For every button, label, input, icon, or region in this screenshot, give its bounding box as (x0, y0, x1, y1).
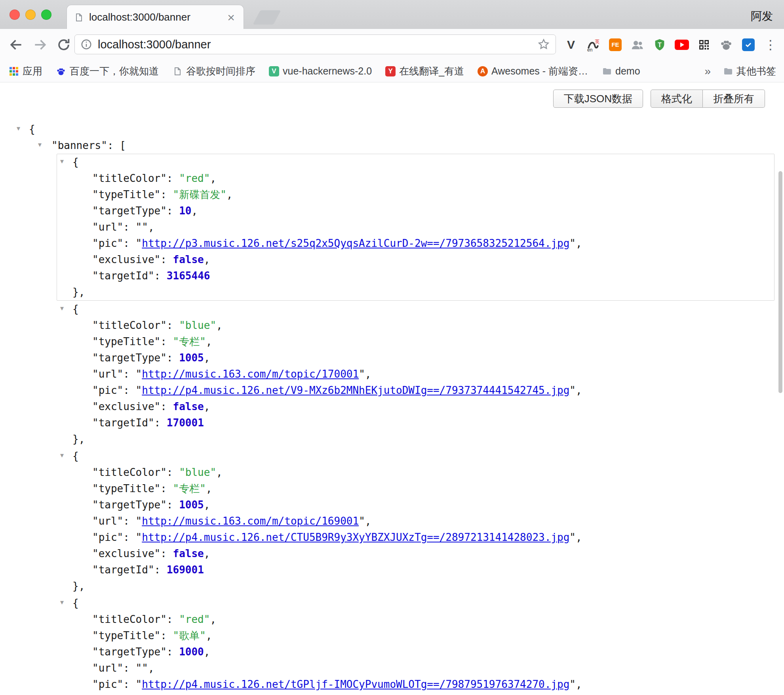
fehelper-extension-icon[interactable]: FE (608, 38, 622, 52)
json-line: ▼{ (0, 121, 784, 137)
qr-code-extension-icon[interactable] (697, 38, 711, 52)
bookmark-apps[interactable]: 应用 (9, 65, 42, 78)
json-line: "targetId": 170001 (57, 415, 774, 431)
collapse-toggle-icon[interactable]: ▼ (60, 305, 64, 311)
minimize-window-button[interactable] (25, 10, 36, 20)
back-icon[interactable] (9, 37, 24, 52)
collapse-toggle-icon[interactable]: ▼ (17, 126, 20, 132)
extensions-row: V 英en FE T ⋮ (564, 29, 778, 60)
json-line: "typeTitle": "新碟首发", (57, 187, 774, 203)
awesomes-icon: A (478, 66, 488, 76)
json-line: "exclusive": false, (57, 399, 774, 415)
json-line: ▼{ (57, 595, 774, 611)
url-path: :3000/banner (143, 38, 211, 51)
bookmarks-right-cluster: » 其他书签 (704, 65, 776, 78)
json-line: "targetType": 1005, (57, 350, 774, 366)
json-link[interactable]: http://p4.music.126.net/tGPljf-IMOCyPvum… (142, 678, 569, 690)
youdao-icon: Y (385, 66, 396, 76)
json-line: }, (57, 431, 774, 447)
json-line: "targetType": 1000, (57, 644, 774, 660)
json-line: "pic": "http://p4.music.126.net/CTU5B9R9… (57, 529, 774, 546)
json-line: ▼{ (57, 448, 774, 464)
page-content: 下载JSON数据 格式化 折叠所有 ▼{▼"banners": [▼{"titl… (0, 82, 784, 695)
security-check-extension-icon[interactable] (741, 38, 755, 52)
close-window-button[interactable] (10, 10, 20, 20)
bookmark-youdao-translate[interactable]: Y 在线翻译_有道 (385, 65, 464, 78)
other-bookmarks-folder[interactable]: 其他书签 (723, 65, 776, 78)
collapse-toggle-icon[interactable]: ▼ (60, 453, 64, 458)
translate-extension-icon[interactable]: 英en (586, 38, 600, 52)
collapse-toggle-icon[interactable]: ▼ (38, 142, 42, 148)
bookmark-google-sort[interactable]: 谷歌按时间排序 (172, 65, 255, 78)
json-line: "pic": "http://p4.music.126.net/V9-MXz6b… (57, 382, 774, 399)
bookmark-demo-folder[interactable]: demo (601, 65, 640, 77)
json-line: ▼{ (57, 154, 774, 170)
paw-extension-icon[interactable] (719, 38, 733, 52)
vimium-extension-icon[interactable]: V (564, 38, 578, 52)
address-bar[interactable]: localhost:3000/banner (74, 34, 556, 54)
json-line: "url": "", (57, 219, 774, 235)
json-line: }, (57, 578, 774, 594)
page-favicon-icon (74, 13, 84, 22)
svg-text:英: 英 (595, 38, 600, 44)
json-line: "exclusive": false, (57, 693, 774, 695)
tab-close-icon[interactable]: × (226, 11, 236, 24)
json-line: "targetId": 169001 (57, 562, 774, 578)
json-line: "url": "http://music.163.com/m/topic/169… (57, 513, 774, 529)
collapse-toggle-icon[interactable]: ▼ (60, 600, 64, 605)
new-tab-button[interactable] (253, 10, 281, 25)
bookmark-baidu[interactable]: 百度一下，你就知道 (56, 65, 159, 78)
tab-title: localhost:3000/banner (89, 11, 226, 23)
banner-object: ▼{"titleColor": "red","typeTitle": "新碟首发… (57, 154, 774, 301)
json-line: "typeTitle": "专栏", (57, 481, 774, 497)
json-line: "pic": "http://p3.music.126.net/s25q2x5Q… (57, 235, 774, 252)
bookmark-label: 百度一下，你就知道 (70, 65, 159, 78)
json-line: "titleColor": "red", (57, 170, 774, 187)
bookmark-label: demo (615, 65, 640, 77)
json-line: ▼"banners": [ (0, 137, 784, 154)
folder-icon (601, 66, 612, 76)
paw-icon (56, 66, 66, 76)
vue-icon: V (269, 66, 279, 76)
profile-name: 阿发 (751, 9, 773, 24)
json-line: "exclusive": false, (57, 252, 774, 268)
zoom-window-button[interactable] (41, 10, 51, 20)
collapse-toggle-icon[interactable]: ▼ (60, 158, 64, 164)
bookmark-awesomes[interactable]: A Awesomes - 前端资… (478, 65, 588, 78)
navigation-toolbar: localhost:3000/banner V 英en FE T (0, 29, 784, 60)
folder-icon (723, 66, 733, 76)
banner-object: ▼{"titleColor": "blue","typeTitle": "专栏"… (57, 301, 774, 448)
json-link[interactable]: http://music.163.com/m/topic/169001 (142, 515, 359, 527)
reload-icon[interactable] (56, 37, 71, 52)
page-icon (172, 66, 183, 76)
bookmarks-overflow-chevron[interactable]: » (704, 65, 711, 78)
json-line: "targetType": 1005, (57, 497, 774, 513)
json-link[interactable]: http://music.163.com/m/topic/170001 (142, 368, 359, 380)
json-line: "typeTitle": "专栏", (57, 334, 774, 350)
json-link[interactable]: http://p4.music.126.net/CTU5B9R9y3XyYBZX… (142, 531, 569, 543)
bookmark-star-icon[interactable] (537, 38, 550, 51)
browser-window: localhost:3000/banner × 阿发 localhost:300… (0, 0, 784, 695)
bookmark-label: vue-hackernews-2.0 (283, 65, 372, 77)
forward-icon[interactable] (32, 37, 48, 52)
json-link[interactable]: http://p3.music.126.net/s25q2x5QyqsAzilC… (142, 237, 569, 249)
vertical-scrollbar-thumb[interactable] (778, 171, 782, 393)
accounts-extension-icon[interactable] (630, 38, 645, 52)
page-info-icon[interactable] (80, 38, 92, 50)
bookmark-vue-hackernews[interactable]: V vue-hackernews-2.0 (269, 65, 372, 77)
url-text: localhost:3000/banner (98, 38, 537, 51)
active-tab[interactable]: localhost:3000/banner × (67, 5, 244, 29)
shield-extension-icon[interactable]: T (653, 38, 667, 52)
bookmark-label: Awesomes - 前端资… (491, 65, 588, 78)
json-line: "url": "", (57, 660, 774, 676)
format-button[interactable]: 格式化 (651, 90, 703, 108)
bookmark-label: 谷歌按时间排序 (186, 65, 255, 78)
banner-object: ▼{"titleColor": "red","typeTitle": "歌单",… (57, 595, 774, 695)
download-json-button[interactable]: 下载JSON数据 (553, 90, 643, 108)
browser-menu-icon[interactable]: ⋮ (763, 38, 778, 52)
svg-text:T: T (658, 41, 662, 48)
traffic-lights (10, 10, 51, 20)
collapse-all-button[interactable]: 折叠所有 (703, 90, 765, 108)
youtube-extension-icon[interactable] (675, 38, 689, 52)
json-link[interactable]: http://p4.music.126.net/V9-MXz6b2MNhEKju… (142, 384, 569, 396)
